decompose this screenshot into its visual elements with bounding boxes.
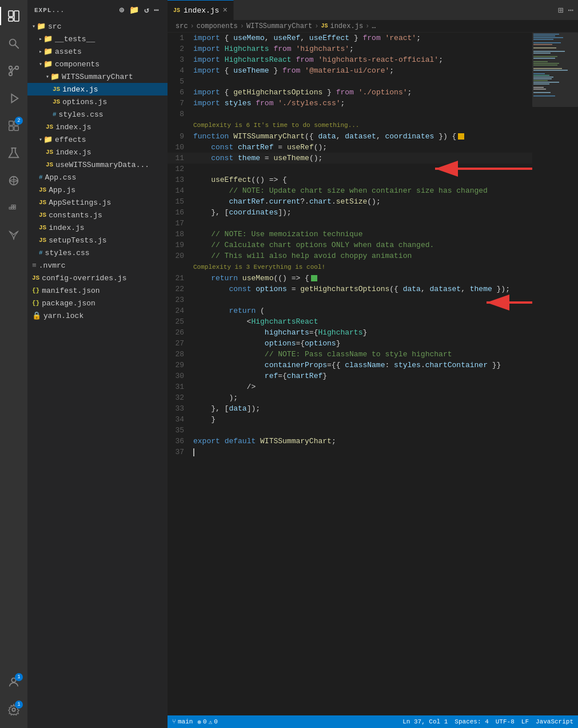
sidebar-item-index-js[interactable]: JS index.js bbox=[27, 83, 168, 96]
garden-icon[interactable] bbox=[0, 222, 27, 249]
breadcrumb-file[interactable]: index.js bbox=[330, 22, 363, 30]
sidebar-item-package-json[interactable]: {} package.json bbox=[27, 297, 168, 309]
sidebar-item-effects[interactable]: ▾ 📁 effects bbox=[27, 133, 168, 146]
sidebar-item-assets[interactable]: ▸ 📁 assets bbox=[27, 45, 168, 58]
line-content: const options = getHighchartsOptions({ d… bbox=[193, 284, 532, 295]
sidebar-item-wits[interactable]: ▾ 📁 WITSSummaryChart bbox=[27, 70, 168, 83]
test-icon[interactable] bbox=[0, 140, 27, 167]
line-ending-item[interactable]: LF bbox=[521, 718, 529, 725]
line-content: }, [coordinates]); bbox=[193, 207, 532, 218]
line-content: function WITSSummaryChart({ data, datase… bbox=[193, 131, 532, 142]
status-bar: ⑂ main ⊗ 0 ⚠ 0 Ln 37, Col 1 Spaces: 4 UT… bbox=[168, 715, 578, 728]
split-editor-icon[interactable]: ⊞ bbox=[558, 5, 564, 16]
sidebar-item-options-js[interactable]: JS options.js bbox=[27, 96, 168, 108]
code-line-14: 14 // NOTE: Update chart size when conta… bbox=[168, 185, 532, 196]
breadcrumb-sep-1: › bbox=[190, 22, 194, 30]
encoding-item[interactable]: UTF-8 bbox=[496, 718, 515, 725]
sidebar-item-styles-css[interactable]: # styles.css bbox=[27, 108, 168, 121]
sidebar-item-root-index[interactable]: JS index.js bbox=[27, 221, 168, 234]
sidebar-item-label: src bbox=[48, 22, 61, 31]
breadcrumb-sep-4: › bbox=[365, 22, 369, 30]
docker-icon[interactable] bbox=[0, 194, 27, 222]
line-content: export default WITSSummaryChart; bbox=[193, 436, 532, 447]
breadcrumb-components[interactable]: components bbox=[197, 22, 238, 30]
sidebar-item-src[interactable]: ▾ 📁 src bbox=[27, 20, 168, 33]
new-file-icon[interactable]: ⊕ bbox=[118, 4, 126, 16]
svg-rect-18 bbox=[11, 207, 13, 209]
line-content: import styles from './styles.css'; bbox=[193, 98, 532, 109]
code-line-7: 7 import styles from './styles.css'; bbox=[168, 98, 532, 109]
code-scroll-area[interactable]: 1 import { useMemo, useRef, useEffect } … bbox=[168, 33, 532, 715]
sidebar-item-tests[interactable]: ▸ 📁 __tests__ bbox=[27, 33, 168, 45]
tab-close-button[interactable]: × bbox=[222, 6, 227, 14]
line-content: return ( bbox=[193, 305, 532, 316]
line-content: }, [data]); bbox=[193, 403, 532, 414]
spaces-item[interactable]: Spaces: 4 bbox=[455, 718, 488, 725]
remote-icon[interactable] bbox=[0, 167, 27, 194]
code-editor-wrapper: 1 import { useMemo, useRef, useEffect } … bbox=[168, 33, 578, 715]
sidebar-item-setuptests[interactable]: JS setupTests.js bbox=[27, 234, 168, 246]
encoding-label: UTF-8 bbox=[496, 718, 515, 725]
sidebar-item-appsettings[interactable]: JS AppSettings.js bbox=[27, 196, 168, 209]
tab-index-js[interactable]: JS index.js × bbox=[168, 0, 234, 20]
js-file-icon: JS bbox=[32, 275, 39, 281]
explorer-icon[interactable] bbox=[0, 2, 27, 30]
sidebar-item-usewits[interactable]: JS useWITSSummaryData... bbox=[27, 158, 168, 171]
sidebar-item-components-index[interactable]: JS index.js bbox=[27, 121, 168, 133]
minimap-svg bbox=[532, 33, 578, 261]
language-item[interactable]: JavaScript bbox=[536, 718, 573, 725]
tab-bar: JS index.js × ⊞ ⋯ bbox=[168, 0, 578, 20]
line-number: 19 bbox=[168, 240, 193, 250]
line-number: 34 bbox=[168, 414, 193, 425]
line-content: // NOTE: Use memoization technique bbox=[193, 229, 532, 240]
js-file-icon: JS bbox=[53, 86, 60, 93]
sidebar-item-nvmrc[interactable]: ≡ .nvmrc bbox=[27, 259, 168, 272]
lock-file-icon: 🔒 bbox=[32, 311, 41, 320]
line-number: 27 bbox=[168, 338, 193, 349]
sidebar-header: EXPL... ⊕ 📁 ↺ ⋯ bbox=[27, 0, 168, 20]
code-line-35: 35 bbox=[168, 425, 532, 436]
line-number: 17 bbox=[168, 218, 193, 229]
errors-item[interactable]: ⊗ 0 ⚠ 0 bbox=[197, 718, 217, 726]
code-line-8: 8 bbox=[168, 109, 532, 120]
sidebar-item-components[interactable]: ▾ 📁 components bbox=[27, 58, 168, 70]
sidebar-item-yarn-lock[interactable]: 🔒 yarn.lock bbox=[27, 309, 168, 322]
sidebar-item-label: package.json bbox=[42, 299, 95, 308]
sidebar-item-label: manifest.json bbox=[42, 287, 99, 295]
git-branch-item[interactable]: ⑂ main bbox=[172, 718, 193, 725]
chevron-icon: ▾ bbox=[39, 136, 42, 143]
language-label: JavaScript bbox=[536, 718, 573, 725]
breadcrumb-current[interactable]: … bbox=[372, 22, 376, 30]
code-line-complexity-ok: Complexity is 3 Everything is cool! bbox=[168, 261, 532, 273]
settings-icon[interactable]: 1 bbox=[0, 696, 27, 723]
sidebar-item-effects-index[interactable]: JS index.js bbox=[27, 146, 168, 158]
new-folder-icon[interactable]: 📁 bbox=[128, 4, 141, 16]
sidebar-item-config-overrides[interactable]: JS config-overrides.js bbox=[27, 272, 168, 284]
source-control-icon[interactable] bbox=[0, 57, 27, 85]
more-actions-icon[interactable]: ⋯ bbox=[568, 5, 573, 16]
line-number: 30 bbox=[168, 371, 193, 381]
breadcrumb-wits[interactable]: WITSSummaryChart bbox=[246, 22, 312, 30]
sidebar-item-label: index.js bbox=[62, 85, 98, 94]
search-icon[interactable] bbox=[0, 30, 27, 57]
run-debug-icon[interactable] bbox=[0, 85, 27, 112]
sidebar-item-root-styles[interactable]: # styles.css bbox=[27, 246, 168, 259]
sidebar-item-constants[interactable]: JS constants.js bbox=[27, 209, 168, 221]
extensions-icon[interactable]: 2 bbox=[0, 112, 27, 140]
code-line-13: 13 useEffect(() => { bbox=[168, 174, 532, 185]
sidebar-item-manifest[interactable]: {} manifest.json bbox=[27, 284, 168, 297]
refresh-icon[interactable]: ↺ bbox=[143, 4, 150, 16]
collapse-all-icon[interactable]: ⋯ bbox=[153, 4, 161, 16]
svg-rect-1 bbox=[14, 11, 19, 21]
breadcrumb-src[interactable]: src bbox=[176, 22, 188, 30]
chevron-icon: ▸ bbox=[39, 48, 42, 55]
code-line-33: 33 }, [data]); bbox=[168, 403, 532, 414]
line-number: 32 bbox=[168, 392, 193, 403]
line-number: 10 bbox=[168, 142, 193, 153]
line-number: 13 bbox=[168, 174, 193, 185]
line-col-item[interactable]: Ln 37, Col 1 bbox=[402, 718, 448, 725]
sidebar-item-app-js[interactable]: JS App.js bbox=[27, 184, 168, 196]
sidebar-item-app-css[interactable]: # App.css bbox=[27, 171, 168, 184]
code-line-19: 19 // Calculate chart options ONLY when … bbox=[168, 240, 532, 250]
account-icon[interactable]: 1 bbox=[0, 669, 27, 696]
